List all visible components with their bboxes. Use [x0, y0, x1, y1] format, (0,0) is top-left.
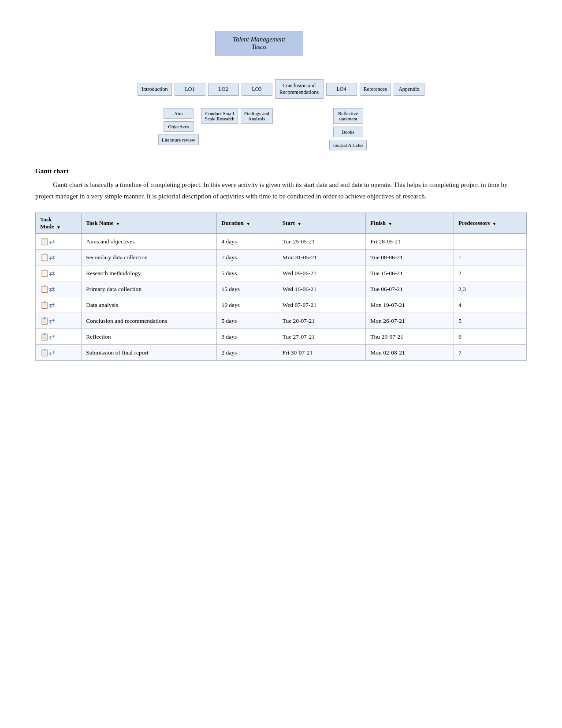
mind-map-section: Talent Management Tesco Introduction LO1…: [35, 18, 527, 141]
cell-task-mode: 📋⇄: [36, 265, 82, 281]
cell-task-name: Aims and objectives: [82, 234, 217, 250]
table-row: 📋⇄Aims and objectives4 daysTue 25-05-21F…: [36, 234, 527, 250]
th-finish: Finish ▼: [366, 213, 454, 234]
cell-predecessors: [454, 234, 527, 250]
cell-predecessors: 6: [454, 329, 527, 345]
cell-finish: Tue 06-07-21: [366, 281, 454, 297]
cell-finish: Mon 02-08-21: [366, 345, 454, 361]
cell-finish: Tue 15-06-21: [366, 265, 454, 281]
cell-finish: Fri 28-05-21: [366, 234, 454, 250]
table-row: 📋⇄Data analysis10 daysWed 07-07-21Mon 19…: [36, 297, 527, 313]
lo4-children: Reflectivestatement Books Journal Articl…: [329, 108, 367, 150]
cell-duration: 15 days: [217, 281, 278, 297]
cell-start: Wed 09-06-21: [278, 265, 366, 281]
th-predecessors: Predecessors ▼: [454, 213, 527, 234]
table-row: 📋⇄Submission of final report2 daysFri 30…: [36, 345, 527, 361]
child-findings: Findings andAnalysis: [241, 108, 273, 124]
lo2-children: Conduct SmallScale Research: [201, 108, 238, 124]
cell-task-name: Secondary data collection: [82, 250, 217, 265]
cell-start: Tue 25-05-21: [278, 234, 366, 250]
node-conclusion: Conclusion andRecommendations: [275, 79, 324, 99]
cell-predecessors: 7: [454, 345, 527, 361]
cell-start: Fri 30-07-21: [278, 345, 366, 361]
child-objectives: Objectives: [164, 121, 194, 132]
cell-finish: Tue 08-06-21: [366, 250, 454, 265]
cell-duration: 5 days: [217, 313, 278, 329]
cell-task-name: Research methodology: [82, 265, 217, 281]
cell-task-name: Primary data collection: [82, 281, 217, 297]
task-mode-icon: 📋⇄: [40, 301, 55, 309]
cell-duration: 4 days: [217, 234, 278, 250]
lo3-children: Findings andAnalysis: [241, 108, 273, 124]
top-row: Introduction LO1 LO2 LO3 Conclusion andR…: [65, 79, 497, 99]
task-mode-icon: 📋⇄: [40, 237, 55, 246]
table-row: 📋⇄Conclusion and recommendations5 daysTu…: [36, 313, 527, 329]
cell-task-mode: 📋⇄: [36, 281, 82, 297]
child-reflective: Reflectivestatement: [333, 108, 363, 124]
node-introduction: Introduction: [138, 83, 171, 96]
cell-task-mode: 📋⇄: [36, 234, 82, 250]
task-mode-icon: 📋⇄: [40, 269, 55, 277]
root-node: Talent Management Tesco: [215, 31, 303, 56]
node-lo4: LO4: [326, 83, 357, 96]
lo1-children: Aim Objectives Literature review: [158, 108, 199, 145]
cell-duration: 5 days: [217, 265, 278, 281]
cell-finish: Mon 19-07-21: [366, 297, 454, 313]
table-row: 📋⇄Research methodology5 daysWed 09-06-21…: [36, 265, 527, 281]
task-mode-icon: 📋⇄: [40, 253, 55, 261]
cell-predecessors: 2,3: [454, 281, 527, 297]
cell-start: Wed 16-06-21: [278, 281, 366, 297]
th-task-mode: TaskMode ▼: [36, 213, 82, 234]
child-row: Aim Objectives Literature review Conduct…: [65, 108, 497, 150]
th-duration: Duration ▼: [217, 213, 278, 234]
table-row: 📋⇄Secondary data collection7 daysMon 31-…: [36, 250, 527, 265]
node-references: References: [360, 83, 391, 96]
table-row: 📋⇄Primary data collection15 daysWed 16-0…: [36, 281, 527, 297]
cell-predecessors: 4: [454, 297, 527, 313]
child-books: Books: [333, 127, 363, 137]
cell-task-mode: 📋⇄: [36, 250, 82, 265]
cell-task-mode: 📋⇄: [36, 297, 82, 313]
node-lo3: LO3: [242, 83, 272, 96]
cell-predecessors: 5: [454, 313, 527, 329]
child-journal: Journal Articles: [329, 140, 367, 150]
task-mode-icon: 📋⇄: [40, 348, 55, 357]
diagram-wrapper: Talent Management Tesco Introduction LO1…: [65, 26, 497, 141]
section-heading: Gantt chart: [35, 168, 527, 175]
cell-start: Mon 31-05-21: [278, 250, 366, 265]
cell-task-name: Data analysis: [82, 297, 217, 313]
table-header-row: TaskMode ▼ Task Name ▼ Duration ▼ Start …: [36, 213, 527, 234]
cell-finish: Mon 26-07-21: [366, 313, 454, 329]
cell-task-name: Conclusion and recommendations: [82, 313, 217, 329]
cell-predecessors: 1: [454, 250, 527, 265]
cell-start: Tue 27-07-21: [278, 329, 366, 345]
cell-task-mode: 📋⇄: [36, 345, 82, 361]
cell-task-name: Submission of final report: [82, 345, 217, 361]
cell-duration: 2 days: [217, 345, 278, 361]
cell-predecessors: 2: [454, 265, 527, 281]
gantt-section: Gantt chart Gantt chart is basically a t…: [35, 168, 527, 202]
task-mode-icon: 📋⇄: [40, 332, 55, 341]
child-aim: Aim: [164, 108, 194, 119]
task-mode-icon: 📋⇄: [40, 317, 55, 325]
cell-task-mode: 📋⇄: [36, 313, 82, 329]
child-small-scale: Conduct SmallScale Research: [201, 108, 238, 124]
child-lit-review: Literature review: [158, 134, 199, 145]
table-row: 📋⇄Reflection3 daysTue 27-07-21Thu 29-07-…: [36, 329, 527, 345]
node-appendix: Appendix: [394, 83, 424, 96]
cell-duration: 3 days: [217, 329, 278, 345]
th-task-name: Task Name ▼: [82, 213, 217, 234]
cell-task-mode: 📋⇄: [36, 329, 82, 345]
node-lo2: LO2: [208, 83, 239, 96]
th-start: Start ▼: [278, 213, 366, 234]
node-lo1: LO1: [175, 83, 205, 96]
cell-task-name: Reflection: [82, 329, 217, 345]
cell-finish: Thu 29-07-21: [366, 329, 454, 345]
cell-duration: 7 days: [217, 250, 278, 265]
cell-start: Wed 07-07-21: [278, 297, 366, 313]
gantt-table: TaskMode ▼ Task Name ▼ Duration ▼ Start …: [35, 213, 527, 361]
task-mode-icon: 📋⇄: [40, 285, 55, 293]
section-body: Gantt chart is basically a timeline of c…: [35, 179, 527, 202]
cell-duration: 10 days: [217, 297, 278, 313]
cell-start: Tue 20-07-21: [278, 313, 366, 329]
